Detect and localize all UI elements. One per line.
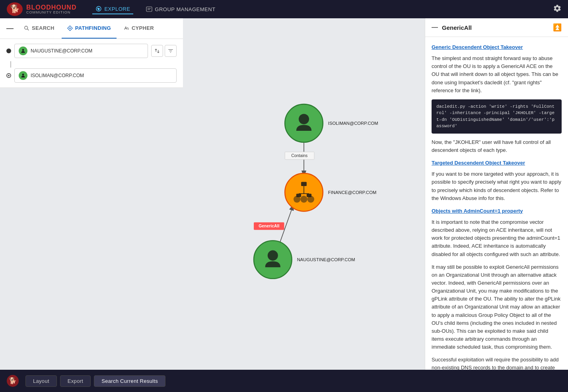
svg-rect-18 <box>301 182 307 186</box>
svg-line-7 <box>27 29 29 30</box>
section4-text: It may still be possible to exploit Gene… <box>432 263 562 351</box>
cypher-tab-icon <box>124 25 129 31</box>
tab-pathfinding[interactable]: PATHFINDING <box>62 18 117 39</box>
search-tab-icon <box>24 25 29 31</box>
tab-search[interactable]: SEARCH <box>18 18 60 39</box>
main-area: — SEARCH PATHFINDING <box>0 18 568 370</box>
nav-explore[interactable]: EXPLORE <box>92 4 133 14</box>
right-panel-title: — GenericAll <box>432 24 472 31</box>
svg-point-12 <box>22 49 24 51</box>
source-input[interactable]: NAUGUSTINE@CORP.COM <box>14 44 148 58</box>
section2-link[interactable]: Targeted Descendent Object Takeover <box>432 159 562 167</box>
graph-canvas[interactable]: ISOLIMAN@CORP.COM Contains FINANCE@CORP.… <box>183 18 425 370</box>
svg-point-17 <box>299 114 309 124</box>
logo-text: BLOODHOUND COMMUNITY EDITION <box>26 4 76 14</box>
pathfinding-tab-label: PATHFINDING <box>75 25 111 31</box>
export-button[interactable]: Export <box>60 375 91 387</box>
settings-icon[interactable] <box>553 4 562 14</box>
section3-link[interactable]: Objects with AdminCount=1 property <box>432 207 562 215</box>
left-panel: — SEARCH PATHFINDING <box>0 18 183 370</box>
svg-point-25 <box>300 196 307 202</box>
scroll-to-top-button[interactable]: ⏫ <box>553 23 562 32</box>
tab-cypher[interactable]: CYPHER <box>118 18 160 39</box>
left-graph-placeholder <box>0 88 183 370</box>
source-row: NAUGUSTINE@CORP.COM <box>6 44 177 58</box>
source-user-icon <box>19 47 27 55</box>
right-panel: — GenericAll ⏫ Generic Descendent Object… <box>425 18 568 370</box>
section1-text: The simplest and most straight forward w… <box>432 54 562 95</box>
section1-text2: Now, the "JKOHLER" user will have full c… <box>432 138 562 154</box>
pathfinding-tab-icon <box>67 25 73 31</box>
svg-point-24 <box>307 196 314 202</box>
target-node-label: ISOLIMAN@CORP.COM <box>31 73 84 78</box>
node-finance-label: FINANCE@CORP.COM <box>328 190 377 195</box>
group-management-label: GROUP MANAGEMENT <box>155 6 215 12</box>
section1-link[interactable]: Generic Descendent Object Takeover <box>432 43 562 51</box>
top-navigation: 🐕 BLOODHOUND COMMUNITY EDITION EXPLORE G… <box>0 0 568 18</box>
svg-point-9 <box>69 27 71 29</box>
svg-text:🐕: 🐕 <box>9 377 17 384</box>
svg-point-26 <box>268 250 278 261</box>
right-panel-header: — GenericAll ⏫ <box>425 18 568 37</box>
genericall-label-text: GenericAll <box>259 224 279 228</box>
target-row: ISOLIMAN@CORP.COM <box>6 68 177 83</box>
tab-bar: — SEARCH PATHFINDING <box>0 18 183 39</box>
svg-point-6 <box>25 26 28 29</box>
section2-text: If you want to be more targeted with you… <box>432 170 562 202</box>
layout-button[interactable]: Layout <box>25 375 57 387</box>
graph-svg: ISOLIMAN@CORP.COM Contains FINANCE@CORP.… <box>183 18 425 370</box>
bottom-bar: 🐕 Layout Export Search Current Results <box>0 370 568 392</box>
collapse-button[interactable]: — <box>3 23 17 34</box>
nav-group-management[interactable]: GROUP MANAGEMENT <box>143 4 218 14</box>
contains-label-text: Contains <box>291 153 307 158</box>
node-naugustine-label: NAUGUSTINE@CORP.COM <box>297 257 355 262</box>
bloodhound-logo-icon: 🐕 <box>6 2 23 17</box>
filter-button[interactable] <box>165 45 177 57</box>
bottom-logo-icon: 🐕 <box>6 375 19 387</box>
brand-name: BLOODHOUND <box>26 4 76 11</box>
target-dot <box>6 73 11 78</box>
group-mgmt-icon <box>146 6 152 12</box>
right-panel-title-text: GenericAll <box>442 24 472 31</box>
cypher-tab-label: CYPHER <box>132 25 154 31</box>
source-node-label: NAUGUSTINE@CORP.COM <box>31 48 92 54</box>
section3-text: It is important to note that the comprom… <box>432 218 562 258</box>
svg-line-11 <box>128 27 129 29</box>
right-panel-collapse[interactable]: — <box>432 24 438 31</box>
swap-button[interactable] <box>151 45 163 57</box>
source-dot <box>6 49 11 53</box>
explore-icon <box>95 6 102 12</box>
target-input[interactable]: ISOLIMAN@CORP.COM <box>14 68 177 83</box>
explore-label: EXPLORE <box>104 6 130 12</box>
search-tab-label: SEARCH <box>32 25 54 31</box>
svg-rect-3 <box>146 7 152 12</box>
search-inputs-area: NAUGUSTINE@CORP.COM <box>0 39 183 88</box>
target-user-icon <box>19 71 27 80</box>
section5-text: Successful exploitation will require the… <box>432 356 562 370</box>
right-panel-content: Generic Descendent Object Takeover The s… <box>425 37 568 370</box>
logo-area: 🐕 BLOODHOUND COMMUNITY EDITION <box>6 2 76 17</box>
svg-point-23 <box>294 196 300 202</box>
node-isoliman-label: ISOLIMAN@CORP.COM <box>328 121 378 126</box>
search-current-results-button[interactable]: Search Current Results <box>94 375 165 387</box>
vertical-connector <box>10 61 11 68</box>
swap-filter-buttons <box>151 45 177 57</box>
edition-label: COMMUNITY EDITION <box>26 11 76 14</box>
svg-text:🐕: 🐕 <box>10 4 20 14</box>
svg-point-15 <box>22 74 24 76</box>
code-block[interactable]: dacledit.py -action 'write' -rights 'Ful… <box>432 99 562 134</box>
